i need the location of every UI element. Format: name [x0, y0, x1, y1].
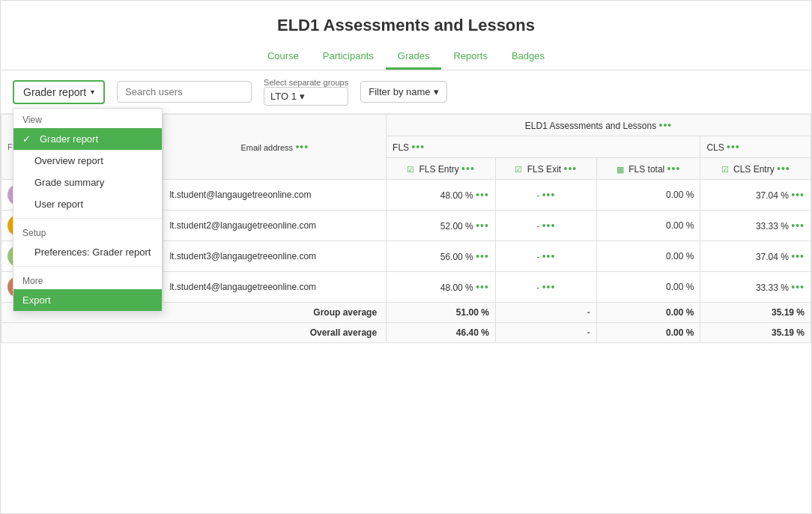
email-cell: lt.student@langaugetreeonline.com — [163, 180, 387, 211]
overall-avg-label: Overall average — [1, 323, 387, 343]
dropdown-item-label: Export — [22, 294, 51, 306]
email-cell: lt.student4@langaugetreeonline.com — [163, 272, 387, 303]
cls-label: CLS — [706, 142, 724, 153]
cell-dots[interactable]: ••• — [476, 220, 489, 232]
email-dots[interactable]: ••• — [295, 141, 309, 153]
tab-participants[interactable]: Participants — [311, 44, 386, 70]
fls-entry-cell: 56.00 % ••• — [387, 241, 496, 272]
fls-total-cell: 0.00 % — [596, 241, 700, 272]
dropdown-menu: View ✓ Grader report Overview report Gra… — [13, 108, 163, 312]
dropdown-item-label: Preferences: Grader report — [34, 247, 151, 258]
group-select-button[interactable]: LTO 1 ▾ — [264, 87, 348, 106]
col-fls-exit-label: FLS Exit — [527, 164, 561, 175]
email-cell: lt.student3@langaugetreeonline.com — [163, 241, 387, 272]
cell-dots[interactable]: ••• — [542, 220, 556, 232]
tab-course[interactable]: Course — [255, 44, 311, 70]
fls-entry-dots[interactable]: ••• — [461, 163, 475, 175]
grid-icon: ▦ — [616, 165, 624, 174]
overall-avg-cls-entry: 35.19 % — [700, 323, 811, 343]
fls-entry-cell: 48.00 % ••• — [387, 180, 496, 211]
overall-avg-fls-entry: 46.40 % — [387, 323, 496, 343]
group-avg-fls-entry: 51.00 % — [387, 303, 496, 323]
chevron-down-icon: ▾ — [300, 91, 305, 102]
group-avg-fls-total: 0.00 % — [596, 303, 700, 323]
cell-dots[interactable]: ••• — [476, 281, 489, 293]
fls-exit-cell: - ••• — [495, 180, 596, 211]
cell-dots[interactable]: ••• — [542, 189, 556, 201]
fls-total-cell: 0.00 % — [596, 272, 700, 303]
fls-total-cell: 0.00 % — [596, 211, 700, 241]
col-fls-entry: ☑ FLS Entry ••• — [387, 158, 496, 180]
fls-dots[interactable]: ••• — [411, 141, 425, 153]
fls-subsection: FLS ••• — [387, 136, 700, 158]
col-cls-entry-label: CLS Entry — [733, 164, 775, 175]
view-section-label: View — [13, 109, 162, 128]
dropdown-item-label: Grade summary — [34, 177, 104, 188]
cell-dots[interactable]: ••• — [542, 250, 556, 262]
overall-average-row: Overall average 46.40 % - 0.00 % 35.19 % — [1, 323, 811, 343]
cell-dots[interactable]: ••• — [791, 281, 805, 293]
section-name: ELD1 Assessments and Lessons — [525, 121, 656, 131]
cls-entry-dots[interactable]: ••• — [777, 163, 790, 175]
check-icon: ✓ — [22, 133, 31, 145]
search-input[interactable] — [117, 81, 252, 103]
fls-exit-dots[interactable]: ••• — [563, 163, 577, 175]
col-cls-entry: ☑ CLS Entry ••• — [700, 158, 811, 180]
cls-subsection: CLS ••• — [700, 136, 811, 158]
nav-tabs: Course Participants Grades Reports Badge… — [1, 44, 811, 70]
col-fls-entry-label: FLS Entry — [419, 164, 458, 175]
tab-grades[interactable]: Grades — [386, 44, 442, 70]
cls-entry-cell: 33.33 % ••• — [700, 272, 811, 303]
filter-label: Filter by name — [369, 86, 430, 97]
col-fls-total: ▦ FLS total ••• — [596, 158, 700, 180]
cell-dots[interactable]: ••• — [791, 250, 805, 262]
dropdown-item-label: User report — [34, 199, 83, 210]
section-dots[interactable]: ••• — [659, 119, 673, 131]
tab-reports[interactable]: Reports — [441, 44, 500, 70]
page-title: ELD1 Assessments and Lessons — [1, 16, 811, 35]
fls-total-dots[interactable]: ••• — [667, 163, 681, 175]
group-avg-cls-entry: 35.19 % — [700, 303, 811, 323]
dropdown-preferences-grader[interactable]: Preferences: Grader report — [13, 241, 162, 263]
group-value: LTO 1 — [270, 91, 297, 102]
cell-dots[interactable]: ••• — [476, 250, 489, 262]
toolbar: Grader report ▾ Select separate groups L… — [1, 70, 811, 114]
email-col-label: Email address — [240, 143, 293, 152]
chevron-down-icon: ▾ — [434, 86, 439, 97]
overall-avg-fls-exit: - — [495, 323, 596, 343]
cls-entry-cell: 33.33 % ••• — [700, 211, 811, 241]
more-section-label: More — [13, 270, 162, 289]
fls-entry-cell: 52.00 % ••• — [387, 211, 496, 241]
checkbox-icon: ☑ — [721, 165, 729, 174]
dropdown-grader-report[interactable]: ✓ Grader report — [13, 128, 162, 150]
page-header: ELD1 Assessments and Lessons Course Part… — [1, 1, 811, 70]
filter-by-name-button[interactable]: Filter by name ▾ — [360, 81, 446, 103]
fls-total-cell: 0.00 % — [596, 180, 700, 211]
dropdown-grade-summary[interactable]: Grade summary — [13, 172, 162, 193]
fls-exit-cell: - ••• — [495, 211, 596, 241]
cell-dots[interactable]: ••• — [791, 220, 805, 232]
grader-report-button[interactable]: Grader report ▾ — [13, 80, 105, 104]
dropdown-item-label: Overview report — [34, 155, 103, 166]
cell-dots[interactable]: ••• — [542, 281, 556, 293]
cell-dots[interactable]: ••• — [791, 189, 805, 201]
dropdown-overview-report[interactable]: Overview report — [13, 150, 162, 172]
cls-entry-cell: 37.04 % ••• — [700, 180, 811, 211]
fls-exit-cell: - ••• — [495, 241, 596, 272]
setup-section-label: Setup — [13, 222, 162, 241]
cell-dots[interactable]: ••• — [476, 189, 489, 201]
dropdown-user-report[interactable]: User report — [13, 193, 162, 215]
dropdown-item-label: Grader report — [40, 133, 98, 145]
group-selector-label: Select separate groups — [264, 78, 348, 87]
col-fls-exit: ☑ FLS Exit ••• — [495, 158, 596, 180]
email-cell: lt.student2@langaugetreeonline.com — [163, 211, 387, 241]
cls-dots[interactable]: ••• — [727, 141, 740, 153]
group-avg-fls-exit: - — [495, 303, 596, 323]
col-fls-total-label: FLS total — [628, 164, 664, 175]
grader-report-label: Grader report — [23, 86, 86, 98]
tab-badges[interactable]: Badges — [500, 44, 557, 70]
overall-avg-fls-total: 0.00 % — [596, 323, 700, 343]
checkbox-icon: ☑ — [515, 165, 522, 174]
chevron-down-icon: ▾ — [91, 88, 94, 96]
dropdown-export[interactable]: Export — [13, 289, 162, 311]
